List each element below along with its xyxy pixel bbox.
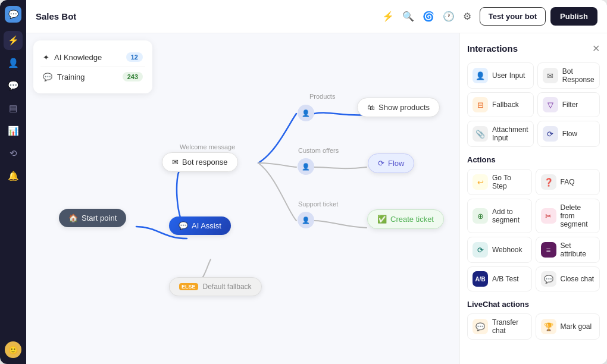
send-icon: ✉ bbox=[172, 158, 179, 167]
sidebar-item-flow[interactable]: ⚡ bbox=[4, 31, 23, 50]
training-label: Training bbox=[57, 73, 85, 81]
fallback-item[interactable]: ⊟ Fallback bbox=[467, 92, 534, 117]
filter-label: Filter bbox=[562, 101, 578, 109]
create-ticket-label: Create ticket bbox=[390, 215, 434, 224]
fallback-label: Fallback bbox=[492, 101, 519, 109]
topbar-buttons: Test your bot Publish bbox=[480, 7, 597, 26]
delete-from-segment-item[interactable]: ✂ Delete from segment bbox=[536, 199, 600, 233]
home-icon: 🏠 bbox=[68, 214, 78, 222]
flow-node[interactable]: ⟳ Flow bbox=[368, 153, 414, 173]
default-fallback-node[interactable]: ELSE Default fallback bbox=[169, 277, 262, 296]
bot-response-node[interactable]: ✉ Bot response bbox=[162, 152, 238, 172]
ab-test-label: A/B Test bbox=[492, 275, 518, 283]
set-attribute-item[interactable]: ≡ Set attribute bbox=[536, 237, 600, 263]
filter-item[interactable]: ▽ Filter bbox=[537, 92, 600, 117]
sidebar-item-tasks[interactable]: ▤ bbox=[4, 99, 23, 118]
welcome-message-label: Welcome message bbox=[180, 143, 235, 150]
ai-knowledge-label: AI Knowledge bbox=[54, 53, 102, 62]
products-icon: 🛍 bbox=[367, 103, 375, 112]
bot-response-item-label: Bot Response bbox=[562, 67, 595, 84]
ab-test-icon: A/B bbox=[473, 271, 488, 287]
bot-response-label: Bot response bbox=[182, 158, 228, 167]
flow-item-label: Flow bbox=[562, 130, 577, 138]
flow-icon: ⟳ bbox=[378, 159, 384, 168]
start-point-label: Start point bbox=[82, 214, 117, 222]
ab-test-item[interactable]: A/B A/B Test bbox=[467, 266, 532, 291]
faq-item[interactable]: ❓ FAQ bbox=[536, 169, 600, 195]
sparkles-icon: ✦ bbox=[43, 53, 49, 62]
attachment-input-item[interactable]: 📎 Attachment Input bbox=[467, 121, 534, 147]
products-connector[interactable]: 👤 bbox=[298, 105, 314, 121]
interactions-header: Interactions ✕ bbox=[467, 43, 600, 54]
close-chat-icon: 💬 bbox=[541, 271, 556, 287]
attachment-icon: 📎 bbox=[473, 126, 488, 142]
default-fallback-label: Default fallback bbox=[203, 283, 252, 291]
sidebar-item-chat[interactable]: 💬 bbox=[4, 76, 23, 95]
close-icon[interactable]: ✕ bbox=[592, 43, 600, 54]
delete-segment-label: Delete from segment bbox=[561, 203, 595, 228]
flow-label: Flow bbox=[388, 159, 404, 168]
go-to-step-label: Go To Step bbox=[492, 174, 527, 190]
sidebar-item-notifications[interactable]: 🔔 bbox=[4, 167, 23, 186]
training-item[interactable]: 💬 Training 243 bbox=[40, 67, 145, 86]
filter-icon: ▽ bbox=[543, 97, 558, 112]
actions-grid: ↩ Go To Step ❓ FAQ ⊕ Add to segment ✂ De… bbox=[467, 169, 600, 291]
livechat-title: LiveChat actions bbox=[467, 300, 600, 309]
custom-offers-label: Custom offers bbox=[298, 147, 339, 154]
ai-knowledge-badge: 12 bbox=[126, 52, 143, 62]
webhook-label: Webhook bbox=[492, 246, 522, 254]
interactions-panel: Interactions ✕ 👤 User Input ✉ Bot Respon… bbox=[459, 33, 607, 364]
sidebar-item-users[interactable]: 👤 bbox=[4, 54, 23, 73]
close-chat-item[interactable]: 💬 Close chat bbox=[536, 266, 600, 291]
sidebar-item-integrations[interactable]: ⟲ bbox=[4, 144, 23, 163]
interactions-title: Interactions bbox=[467, 43, 518, 54]
topbar-icons: ⚡ 🔍 🌀 🕐 ⚙ Test your bot Publish bbox=[382, 7, 597, 26]
sidebar-item-analytics[interactable]: 📊 bbox=[4, 121, 23, 140]
go-to-step-icon: ↩ bbox=[473, 174, 488, 190]
settings-icon[interactable]: ⚙ bbox=[463, 11, 471, 22]
publish-button[interactable]: Publish bbox=[550, 7, 597, 26]
left-panel: ✦ AI Knowledge 12 💬 Training 243 bbox=[33, 40, 152, 93]
fallback-icon: ⊟ bbox=[473, 97, 488, 112]
ai-assist-node[interactable]: 💬 AI Assist bbox=[169, 216, 231, 235]
transfer-icon: 💬 bbox=[473, 319, 488, 334]
transfer-chat-item[interactable]: 💬 Transfer chat bbox=[467, 313, 532, 340]
clock-icon[interactable]: 🕐 bbox=[443, 11, 455, 22]
chat-icon: 💬 bbox=[43, 73, 52, 81]
attachment-label: Attachment Input bbox=[492, 125, 528, 142]
transfer-label: Transfer chat bbox=[492, 318, 527, 335]
add-to-segment-item[interactable]: ⊕ Add to segment bbox=[467, 199, 532, 233]
user-input-item[interactable]: 👤 User Input bbox=[467, 62, 534, 89]
set-attribute-label: Set attribute bbox=[561, 241, 595, 258]
go-to-step-item[interactable]: ↩ Go To Step bbox=[467, 169, 532, 195]
ticket-icon: ✅ bbox=[377, 215, 387, 224]
user-input-icon: 👤 bbox=[473, 68, 488, 83]
custom-offers-connector[interactable]: 👤 bbox=[298, 158, 314, 175]
app-logo[interactable]: 💬 bbox=[5, 6, 21, 23]
delete-segment-icon: ✂ bbox=[541, 208, 556, 224]
test-bot-button[interactable]: Test your bot bbox=[480, 7, 546, 26]
flow-item[interactable]: ⟳ Flow bbox=[537, 121, 600, 147]
create-ticket-node[interactable]: ✅ Create ticket bbox=[367, 209, 444, 229]
avatar[interactable]: 🙂 bbox=[5, 341, 21, 358]
lightning-icon[interactable]: 🌀 bbox=[423, 11, 434, 22]
bolt-icon[interactable]: ⚡ bbox=[382, 11, 394, 22]
user-input-label: User Input bbox=[492, 71, 525, 80]
show-products-node[interactable]: 🛍 Show products bbox=[357, 98, 440, 117]
support-ticket-connector[interactable]: 👤 bbox=[298, 212, 314, 228]
start-point-node[interactable]: 🏠 Start point bbox=[59, 209, 126, 227]
page-title: Sales Bot bbox=[36, 11, 76, 21]
bot-response-item[interactable]: ✉ Bot Response bbox=[537, 62, 600, 89]
webhook-item[interactable]: ⟳ Webhook bbox=[467, 237, 532, 263]
close-chat-label: Close chat bbox=[561, 275, 595, 283]
show-products-label: Show products bbox=[378, 103, 430, 112]
search-icon[interactable]: 🔍 bbox=[402, 11, 414, 22]
ai-assist-label: AI Assist bbox=[192, 221, 221, 230]
mark-goal-item[interactable]: 🏆 Mark goal bbox=[536, 313, 600, 340]
ai-knowledge-item[interactable]: ✦ AI Knowledge 12 bbox=[40, 48, 145, 67]
sidebar: 💬 ⚡ 👤 💬 ▤ 📊 ⟲ 🔔 🙂 bbox=[0, 0, 26, 364]
interactions-grid: 👤 User Input ✉ Bot Response ⊟ Fallback ▽… bbox=[467, 62, 600, 147]
app-container: 💬 ⚡ 👤 💬 ▤ 📊 ⟲ 🔔 🙂 Sales Bot ⚡ 🔍 🌀 🕐 ⚙ Te… bbox=[0, 0, 607, 364]
goal-icon: 🏆 bbox=[541, 319, 556, 334]
main-content: Sales Bot ⚡ 🔍 🌀 🕐 ⚙ Test your bot Publis… bbox=[26, 0, 607, 364]
